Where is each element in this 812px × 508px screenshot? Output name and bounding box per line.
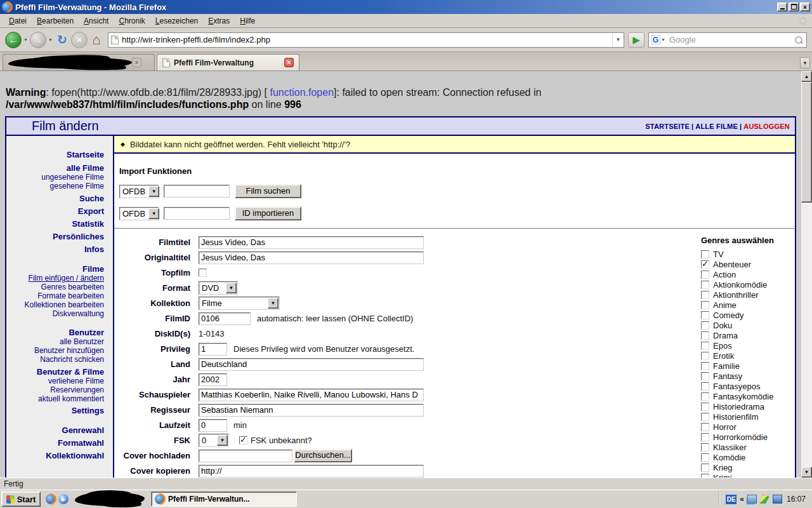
sidebar-item[interactable]: Filme [6, 264, 104, 274]
stop-button[interactable]: × [71, 32, 88, 48]
sidebar-item[interactable]: Export [6, 206, 104, 216]
genre-checkbox[interactable] [701, 464, 709, 472]
language-indicator[interactable]: DE [726, 495, 737, 504]
genre-checkbox[interactable] [701, 382, 709, 391]
menu-item[interactable]: Bearbeiten [32, 15, 79, 27]
network-icon[interactable] [747, 495, 757, 504]
sidebar-item[interactable]: Genres bearbeiten [6, 283, 104, 291]
forward-dropdown-icon[interactable]: ▼ [48, 37, 53, 42]
genre-checkbox[interactable] [701, 342, 709, 350]
genre-checkbox[interactable] [701, 271, 709, 279]
back-button[interactable]: ← [5, 32, 22, 48]
home-button[interactable]: ⌂ [89, 32, 104, 48]
url-bar[interactable]: ▼ [108, 32, 624, 48]
import-source-select[interactable]: OFDB [119, 185, 159, 198]
tab-close-icon[interactable]: × [284, 58, 294, 67]
fsk-unbekannt-checkbox[interactable] [239, 436, 247, 444]
menu-item[interactable]: Extras [203, 15, 235, 27]
genre-checkbox[interactable] [701, 372, 709, 380]
sidebar-item[interactable]: Kollektionen bearbeiten [6, 301, 104, 309]
sidebar-item[interactable]: Settings [6, 406, 104, 415]
fsk-select[interactable]: 0 [199, 434, 229, 447]
sidebar-item[interactable]: ungesehene Filme [6, 173, 104, 182]
sidebar-item[interactable]: Benutzer [6, 328, 104, 337]
url-dropdown-icon[interactable]: ▼ [612, 33, 624, 47]
tray-app-icon-2[interactable] [773, 495, 782, 504]
regisseur-input[interactable] [199, 404, 424, 417]
search-box[interactable]: G ▼ Google [648, 32, 807, 48]
sidebar-item[interactable]: Persönliches [6, 232, 104, 241]
sidebar-item[interactable]: Film einfügen / ändern [6, 274, 104, 283]
genre-checkbox[interactable] [701, 453, 709, 462]
schauspieler-input[interactable] [199, 389, 424, 401]
back-dropdown-icon[interactable]: ▼ [23, 37, 29, 42]
jahr-input[interactable] [199, 373, 227, 386]
filmtitel-input[interactable] [199, 236, 424, 249]
genre-checkbox[interactable] [701, 352, 709, 360]
land-input[interactable] [199, 358, 424, 371]
filmid-input[interactable] [199, 312, 251, 325]
chevron-down-icon[interactable] [268, 298, 278, 309]
sidebar-item[interactable]: verliehene Filme [6, 377, 104, 385]
sidebar-item[interactable]: Genrewahl [6, 425, 104, 435]
minimize-button[interactable] [777, 3, 787, 11]
genre-checkbox[interactable] [701, 301, 709, 309]
vertical-scrollbar[interactable]: ▲ ▼ [801, 71, 812, 478]
search-input[interactable]: Google [666, 35, 795, 44]
tab-redacted[interactable]: × [3, 54, 155, 70]
import-search-input[interactable] [164, 185, 230, 197]
genre-checkbox[interactable] [701, 423, 709, 431]
search-icon[interactable] [795, 36, 802, 44]
chevron-down-icon[interactable] [148, 186, 159, 197]
media-player-icon[interactable]: ▶ [58, 494, 69, 504]
sidebar-item[interactable]: Formate bearbeiten [6, 292, 104, 300]
genre-checkbox[interactable] [701, 250, 709, 258]
menu-item[interactable]: Lesezeichen [150, 15, 203, 27]
sidebar-item[interactable]: Reservierungen [6, 386, 104, 394]
close-button[interactable]: × [800, 3, 810, 11]
genre-checkbox[interactable] [701, 281, 709, 289]
sidebar-item[interactable]: alle Benutzer [6, 338, 104, 346]
menu-item[interactable]: Hilfe [235, 15, 260, 27]
id-importieren-button[interactable]: ID importieren [235, 206, 301, 220]
sidebar-item[interactable]: gesehene Filme [6, 182, 104, 190]
cover-upload-input[interactable] [199, 450, 292, 462]
sidebar-item[interactable]: Infos [6, 244, 104, 254]
task-button-pfeffi[interactable]: Pfeffi Film-Verwaltun... [151, 491, 297, 507]
sidebar-item[interactable]: Startseite [6, 150, 104, 159]
sidebar-item[interactable]: Nachricht schicken [6, 356, 104, 364]
genre-checkbox[interactable] [701, 321, 709, 330]
genre-checkbox[interactable] [701, 362, 709, 370]
tab-pfeffi[interactable]: Pfeffi Film-Verwaltung × [157, 54, 299, 70]
tray-app-icon[interactable] [760, 495, 769, 504]
sidebar-item[interactable]: Kollektionwahl [6, 451, 104, 460]
menu-item[interactable]: Ansicht [79, 15, 114, 27]
import-id-source-select[interactable]: OFDB [119, 207, 159, 220]
search-engine-dropdown-icon[interactable]: ▼ [660, 37, 666, 42]
nav-startseite-link[interactable]: STARTSEITE [645, 123, 690, 130]
genre-checkbox[interactable] [701, 413, 709, 421]
start-button[interactable]: Start [1, 491, 41, 507]
laufzeit-input[interactable] [199, 419, 227, 432]
kollektion-select[interactable]: Filme [199, 297, 280, 310]
sidebar-item[interactable]: Benutzer hinzufügen [6, 347, 104, 355]
function-fopen-link[interactable]: function.fopen [270, 87, 334, 98]
scrollbar-thumb[interactable] [801, 82, 812, 203]
scroll-down-icon[interactable]: ▼ [801, 467, 812, 478]
sidebar-item[interactable]: Statistik [6, 219, 104, 229]
import-id-input[interactable] [164, 207, 230, 220]
privileg-input[interactable] [199, 343, 227, 356]
tray-chevron-icon[interactable]: « [740, 495, 744, 504]
sidebar-item[interactable]: Formatwahl [6, 438, 104, 448]
genre-checkbox[interactable] [701, 331, 709, 340]
topfilm-checkbox[interactable] [199, 269, 207, 277]
genre-checkbox[interactable] [701, 260, 709, 269]
originaltitel-input[interactable] [199, 251, 424, 264]
firefox-quicklaunch-icon[interactable] [46, 494, 56, 504]
tab-close-icon[interactable]: × [132, 58, 141, 67]
genre-checkbox[interactable] [701, 403, 709, 411]
chevron-down-icon[interactable] [148, 208, 159, 219]
sidebar-item[interactable]: Benutzer & Filme [6, 367, 104, 377]
chevron-down-icon[interactable] [226, 283, 237, 293]
sidebar-item[interactable]: aktuell kommentiert [6, 395, 104, 403]
